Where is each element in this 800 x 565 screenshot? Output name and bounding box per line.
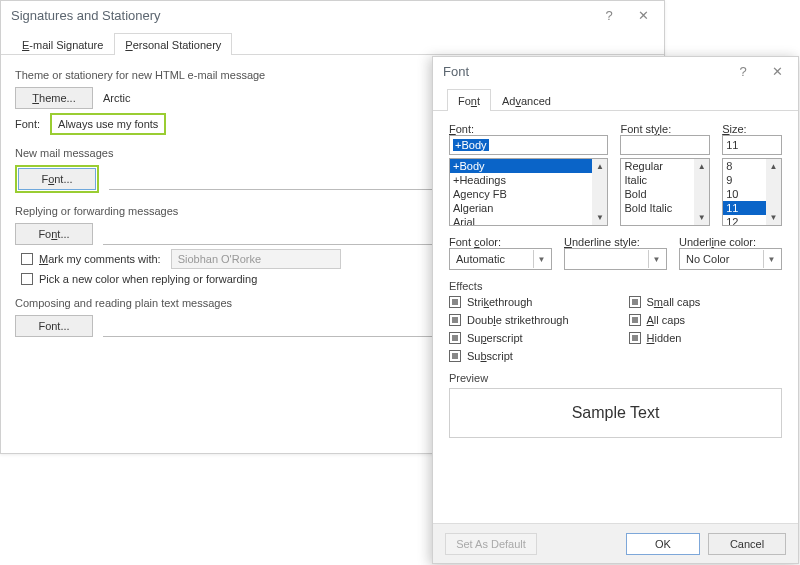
close-icon[interactable]: ✕	[626, 3, 660, 27]
new-mail-font-button[interactable]: Font...	[18, 168, 96, 190]
list-item[interactable]: +Headings	[450, 173, 607, 187]
effects-group: Strikethrough Double strikethrough Super…	[449, 296, 782, 362]
list-item[interactable]: Arial	[450, 215, 607, 226]
style-input[interactable]	[620, 135, 710, 155]
font-color-dropdown[interactable]: Automatic▼	[449, 248, 552, 270]
scrollbar[interactable]: ▲▼	[592, 159, 607, 225]
list-item[interactable]: +Body	[450, 159, 607, 173]
small-caps-checkbox[interactable]: Small caps	[629, 296, 701, 308]
font-field-label: Font:	[449, 123, 608, 135]
font-close-icon[interactable]: ✕	[760, 59, 794, 83]
titlebar-font: Font ? ✕	[433, 57, 798, 85]
theme-name: Arctic	[103, 92, 131, 104]
mark-comments-checkbox[interactable]: Mark my comments with:	[21, 253, 161, 265]
superscript-checkbox[interactable]: Superscript	[449, 332, 569, 344]
tab-email-signature[interactable]: E-mail Signature	[11, 33, 114, 55]
pick-new-color-checkbox[interactable]: Pick a new color when replying or forwar…	[21, 273, 257, 285]
dialog-title: Signatures and Stationery	[11, 8, 592, 23]
double-strikethrough-checkbox[interactable]: Double strikethrough	[449, 314, 569, 326]
all-caps-checkbox[interactable]: All caps	[629, 314, 701, 326]
size-field-label: Size:	[722, 123, 782, 135]
list-item[interactable]: Agency FB	[450, 187, 607, 201]
underline-style-dropdown[interactable]: ▼	[564, 248, 667, 270]
underline-color-label: Underline color:	[679, 236, 782, 248]
font-listbox[interactable]: +Body +Headings Agency FB Algerian Arial…	[449, 158, 608, 226]
subscript-checkbox[interactable]: Subscript	[449, 350, 569, 362]
effects-label: Effects	[449, 280, 782, 292]
set-default-button: Set As Default	[445, 533, 537, 555]
style-field-label: Font style:	[620, 123, 710, 135]
tabs-font: Font Advanced	[433, 85, 798, 111]
preview-text: Sample Text	[572, 404, 660, 422]
font-label: Font:	[15, 118, 40, 130]
list-item[interactable]: Algerian	[450, 201, 607, 215]
font-mode-dropdown[interactable]: Always use my fonts	[50, 113, 166, 135]
scrollbar[interactable]: ▲▼	[766, 159, 781, 225]
scrollbar[interactable]: ▲▼	[694, 159, 709, 225]
ok-button[interactable]: OK	[626, 533, 700, 555]
tab-advanced[interactable]: Advanced	[491, 89, 562, 111]
new-mail-font-highlight: Font...	[15, 165, 99, 193]
chevron-down-icon: ▼	[763, 250, 779, 268]
tabs-back: E-mail Signature Personal Stationery	[1, 29, 664, 55]
strikethrough-checkbox[interactable]: Strikethrough	[449, 296, 569, 308]
font-dialog: Font ? ✕ Font Advanced Font: +Body +Body…	[432, 56, 799, 564]
plain-font-button[interactable]: Font...	[15, 315, 93, 337]
size-listbox[interactable]: 8 9 10 11 12 ▲▼	[722, 158, 782, 226]
reply-font-button[interactable]: Font...	[15, 223, 93, 245]
tab-personal-stationery[interactable]: Personal Stationery	[114, 33, 232, 55]
size-input[interactable]: 11	[722, 135, 782, 155]
titlebar-back: Signatures and Stationery ? ✕	[1, 1, 664, 29]
preview-box: Sample Text	[449, 388, 782, 438]
font-dialog-title: Font	[443, 64, 726, 79]
mark-comments-name: Siobhan O'Rorke	[171, 249, 341, 269]
style-listbox[interactable]: Regular Italic Bold Bold Italic ▲▼	[620, 158, 710, 226]
chevron-down-icon: ▼	[533, 250, 549, 268]
help-icon[interactable]: ?	[592, 3, 626, 27]
font-body: Font: +Body +Body +Headings Agency FB Al…	[433, 111, 798, 448]
hidden-checkbox[interactable]: Hidden	[629, 332, 701, 344]
dialog-buttons: Set As Default OK Cancel	[433, 523, 798, 563]
tab-font[interactable]: Font	[447, 89, 491, 111]
font-color-label: Font color:	[449, 236, 552, 248]
underline-style-label: Underline style:	[564, 236, 667, 248]
cancel-button[interactable]: Cancel	[708, 533, 786, 555]
preview-label: Preview	[449, 372, 782, 384]
underline-color-dropdown[interactable]: No Color▼	[679, 248, 782, 270]
font-input[interactable]: +Body	[449, 135, 608, 155]
chevron-down-icon: ▼	[648, 250, 664, 268]
theme-button[interactable]: Theme...	[15, 87, 93, 109]
font-help-icon[interactable]: ?	[726, 59, 760, 83]
